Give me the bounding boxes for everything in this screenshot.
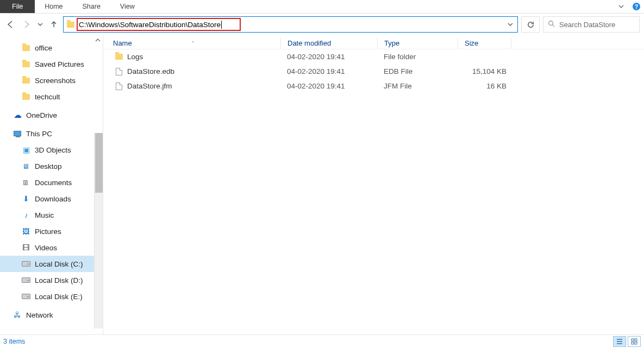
address-bar[interactable]: C:\Windows\SoftwareDistribution\DataStor… xyxy=(63,16,518,33)
tab-file[interactable]: File xyxy=(0,0,35,13)
sidebar-item-label: Documents xyxy=(35,179,72,187)
file-size: 15,104 KB xyxy=(458,67,511,75)
sidebar-item-desktop[interactable]: 🖥Desktop xyxy=(0,158,103,174)
folder-icon xyxy=(115,54,123,60)
sidebar-item-network[interactable]: 🖧Network xyxy=(0,307,103,323)
tab-home[interactable]: Home xyxy=(35,0,72,13)
file-row[interactable]: DataStore.edb04-02-2020 19:41EDB File15,… xyxy=(103,64,644,79)
svg-rect-5 xyxy=(632,342,634,344)
column-extra[interactable] xyxy=(511,37,533,49)
documents-icon: 🗎 xyxy=(21,178,32,187)
ribbon-collapse-button[interactable] xyxy=(614,0,629,13)
sidebar-item-local-disk-d[interactable]: Local Disk (D:) xyxy=(0,272,103,288)
cloud-icon: ☁ xyxy=(12,111,23,119)
sidebar-scrollbar[interactable] xyxy=(94,133,103,328)
refresh-icon xyxy=(527,21,535,29)
sidebar-item-label: Local Disk (E:) xyxy=(35,293,83,301)
column-name[interactable]: Name˄ xyxy=(103,37,280,49)
column-label: Size xyxy=(465,39,478,47)
music-icon: ♪ xyxy=(21,211,32,219)
column-date-modified[interactable]: Date modified xyxy=(280,37,377,49)
column-size[interactable]: Size xyxy=(458,37,511,49)
sidebar-item-music[interactable]: ♪Music xyxy=(0,207,103,223)
sidebar-item-techcult[interactable]: techcult xyxy=(0,88,103,105)
arrow-up-icon xyxy=(49,20,58,29)
sidebar-item-documents[interactable]: 🗎Documents xyxy=(0,174,103,191)
3d-objects-icon: ▣ xyxy=(21,145,32,154)
svg-rect-3 xyxy=(632,339,634,341)
chevron-down-icon xyxy=(37,22,43,27)
help-button[interactable]: ? xyxy=(629,0,644,13)
sidebar-item-label: Local Disk (C:) xyxy=(35,260,83,268)
chevron-down-icon xyxy=(617,3,625,10)
file-type: JFM File xyxy=(377,82,458,90)
desktop-icon: 🖥 xyxy=(21,162,32,170)
sidebar-item-label: Pictures xyxy=(35,227,61,236)
address-text[interactable]: C:\Windows\SoftwareDistribution\DataStor… xyxy=(79,21,222,29)
pc-icon xyxy=(12,129,23,138)
tab-view[interactable]: View xyxy=(110,0,145,13)
sidebar-item-label: OneDrive xyxy=(26,111,57,119)
nav-history-button[interactable] xyxy=(36,17,45,32)
file-name: DataStore.edb xyxy=(127,67,174,75)
sidebar-item-saved-pictures[interactable]: Saved Pictures xyxy=(0,56,103,72)
drive-icon xyxy=(21,292,32,301)
search-placeholder: Search DataStore xyxy=(559,21,615,29)
sort-indicator-icon: ˄ xyxy=(192,41,195,46)
arrow-left-icon xyxy=(6,20,15,29)
file-name: DataStore.jfm xyxy=(127,82,172,90)
status-bar: 3 items xyxy=(0,334,644,348)
sidebar-item-label: Videos xyxy=(35,244,57,252)
drive-icon xyxy=(21,276,32,284)
sidebar-item-label: This PC xyxy=(26,130,52,138)
file-type: File folder xyxy=(377,53,458,61)
help-icon: ? xyxy=(632,2,641,11)
column-label: Date modified xyxy=(287,39,331,47)
column-label: Name xyxy=(113,39,132,47)
file-size: 16 KB xyxy=(458,82,511,90)
svg-rect-4 xyxy=(635,339,637,341)
chevron-down-icon xyxy=(508,22,513,27)
sidebar-item-onedrive[interactable]: ☁OneDrive xyxy=(0,107,103,123)
sidebar-item-local-disk-c[interactable]: Local Disk (C:) xyxy=(0,256,103,272)
videos-icon: 🎞 xyxy=(21,243,32,252)
folder-icon xyxy=(65,22,77,28)
svg-rect-6 xyxy=(635,342,637,344)
sidebar-item-videos[interactable]: 🎞Videos xyxy=(0,239,103,256)
sidebar-item-3d-objects[interactable]: ▣3D Objects xyxy=(0,142,103,158)
address-dropdown-button[interactable] xyxy=(503,22,517,27)
sidebar-item-label: office xyxy=(35,44,52,52)
sidebar-item-local-disk-e[interactable]: Local Disk (E:) xyxy=(0,288,103,305)
view-details-button[interactable] xyxy=(613,336,626,347)
sidebar-item-screenshots[interactable]: Screenshots xyxy=(0,72,103,88)
sidebar-item-label: Local Disk (D:) xyxy=(35,276,83,284)
sidebar-item-label: 3D Objects xyxy=(35,146,71,154)
nav-back-button[interactable] xyxy=(3,17,17,32)
thumbnails-view-icon xyxy=(631,338,637,345)
tab-share[interactable]: Share xyxy=(73,0,110,13)
sidebar-item-label: Music xyxy=(35,211,54,219)
file-row[interactable]: DataStore.jfm04-02-2020 19:41JFM File16 … xyxy=(103,79,644,93)
column-type[interactable]: Type xyxy=(377,37,458,49)
ribbon-tabs: File Home Share View ? xyxy=(0,0,644,14)
nav-forward-button[interactable] xyxy=(20,17,34,32)
status-item-count: 3 items xyxy=(3,338,25,345)
sidebar-item-this-pc[interactable]: This PC xyxy=(0,125,103,142)
sidebar-item-pictures[interactable]: 🖼Pictures xyxy=(0,223,103,239)
file-name: Logs xyxy=(127,53,143,61)
pictures-icon: 🖼 xyxy=(21,227,32,236)
sidebar-item-office[interactable]: office xyxy=(0,40,103,56)
scroll-up-button[interactable] xyxy=(94,37,102,44)
file-row[interactable]: Logs04-02-2020 19:41File folder xyxy=(103,49,644,64)
view-thumbnails-button[interactable] xyxy=(628,336,641,347)
network-icon: 🖧 xyxy=(12,311,23,319)
nav-up-button[interactable] xyxy=(47,17,61,32)
sidebar-item-downloads[interactable]: ⬇Downloads xyxy=(0,191,103,207)
search-input[interactable]: Search DataStore xyxy=(543,16,640,33)
refresh-button[interactable] xyxy=(521,16,540,33)
scrollbar-thumb[interactable] xyxy=(95,133,103,193)
file-icon xyxy=(116,83,122,90)
sidebar-item-label: Desktop xyxy=(35,162,62,170)
file-date: 04-02-2020 19:41 xyxy=(280,53,377,61)
column-label: Type xyxy=(384,39,399,47)
